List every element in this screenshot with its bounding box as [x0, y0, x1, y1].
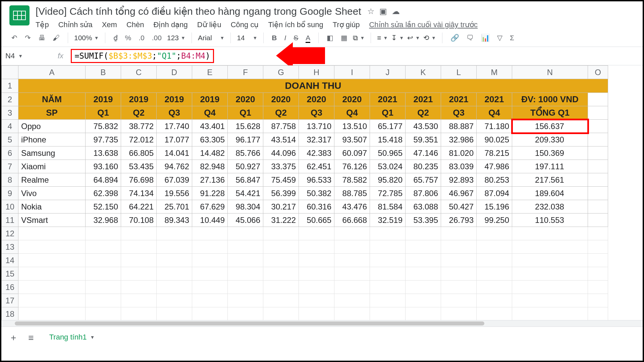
col-header-O[interactable]: O	[588, 66, 608, 79]
cell-G12[interactable]	[263, 227, 299, 240]
cell-K16[interactable]	[406, 281, 441, 294]
cell-H12[interactable]	[299, 227, 334, 240]
cell-M10[interactable]: 15.196	[477, 200, 512, 214]
cell-K4[interactable]: 43.530	[406, 120, 441, 133]
cell-M18[interactable]	[477, 307, 512, 320]
cell-E4[interactable]: 43.401	[192, 120, 228, 133]
col-header-I[interactable]: I	[334, 66, 370, 79]
font-size[interactable]: 14 ▼	[237, 34, 257, 42]
all-sheets-button[interactable]: ≡	[25, 333, 36, 343]
cell-B5[interactable]: 97.735	[86, 133, 121, 146]
cell-I16[interactable]	[334, 281, 370, 294]
cell-K9[interactable]: 87.806	[406, 187, 441, 200]
cell-E13[interactable]	[192, 240, 228, 254]
cell-B12[interactable]	[86, 227, 121, 240]
fill-color-icon[interactable]: ◧	[325, 33, 335, 43]
cell-G16[interactable]	[263, 281, 299, 294]
cell-D18[interactable]	[157, 307, 192, 320]
cell-E12[interactable]	[192, 227, 228, 240]
cell-H18[interactable]	[299, 307, 334, 320]
cell-M12[interactable]	[477, 227, 512, 240]
cell-E18[interactable]	[192, 307, 228, 320]
row-header-5[interactable]: 5	[2, 133, 18, 146]
cell-K17[interactable]	[406, 294, 441, 307]
redo-icon[interactable]: ↷	[23, 33, 33, 43]
menu-help[interactable]: Trợ giúp	[333, 20, 360, 29]
cell-D4[interactable]: 17.740	[157, 120, 192, 133]
cell-D13[interactable]	[157, 240, 192, 254]
cell-H17[interactable]	[299, 294, 334, 307]
cell-A9[interactable]: Vivo	[18, 187, 86, 200]
borders-icon[interactable]: ▦	[339, 33, 350, 43]
increase-decimal[interactable]: .00	[150, 33, 164, 43]
cell-J15[interactable]	[370, 267, 406, 281]
cell-N14[interactable]	[512, 254, 588, 267]
cell-G10[interactable]: 30.217	[263, 200, 299, 214]
cell-A14[interactable]	[18, 254, 86, 267]
cell-A13[interactable]	[18, 240, 86, 254]
cell-N17[interactable]	[512, 294, 588, 307]
cell-M17[interactable]	[477, 294, 512, 307]
menu-file[interactable]: Tệp	[36, 20, 49, 29]
cell-E11[interactable]: 10.449	[192, 214, 228, 227]
cell-I12[interactable]	[334, 227, 370, 240]
cell-A7[interactable]: Xiaomi	[18, 160, 86, 173]
col-header-H[interactable]: H	[299, 66, 334, 79]
cell-C11[interactable]: 70.108	[121, 214, 157, 227]
cell-H4[interactable]: 13.710	[299, 120, 334, 133]
text-color-icon[interactable]: A	[304, 33, 312, 43]
cell-G11[interactable]: 31.222	[263, 214, 299, 227]
format-percent[interactable]: %	[123, 33, 133, 43]
cell-J12[interactable]	[370, 227, 406, 240]
cell-C4[interactable]: 38.772	[121, 120, 157, 133]
col-header-G[interactable]: G	[263, 66, 299, 79]
cell-G14[interactable]	[263, 254, 299, 267]
formula-bar[interactable]: =SUMIF($B$3:$M$3;"Q1";B4:M4)	[68, 47, 643, 65]
cell-F5[interactable]: 96.177	[228, 133, 263, 146]
cell-N10[interactable]: 232.038	[512, 200, 588, 214]
wrap-icon[interactable]: ↩▼	[407, 34, 420, 42]
cell-F17[interactable]	[228, 294, 263, 307]
cell-F10[interactable]: 98.304	[228, 200, 263, 214]
cell-E9[interactable]: 91.228	[192, 187, 228, 200]
cell-E15[interactable]	[192, 267, 228, 281]
cell-A8[interactable]: Realme	[18, 173, 86, 187]
cell-D17[interactable]	[157, 294, 192, 307]
cell-A10[interactable]: Nokia	[18, 200, 86, 214]
cell-J11[interactable]: 32.519	[370, 214, 406, 227]
cell-F7[interactable]: 50.927	[228, 160, 263, 173]
cell-A16[interactable]	[18, 281, 86, 294]
sheet-tab-1[interactable]: Trang tính1 ▼	[43, 330, 101, 345]
star-icon[interactable]: ☆	[367, 7, 375, 16]
cell-L12[interactable]	[441, 227, 477, 240]
row-header-2[interactable]: 2	[2, 93, 18, 106]
cell-L7[interactable]: 83.039	[441, 160, 477, 173]
row-header-10[interactable]: 10	[2, 200, 18, 214]
cloud-icon[interactable]: ☁	[392, 7, 400, 16]
cell-F11[interactable]: 45.066	[228, 214, 263, 227]
cell-I13[interactable]	[334, 240, 370, 254]
cell-C13[interactable]	[121, 240, 157, 254]
cell-C9[interactable]: 74.134	[121, 187, 157, 200]
cell-J10[interactable]: 81.584	[370, 200, 406, 214]
col-header-J[interactable]: J	[370, 66, 406, 79]
cell-M7[interactable]: 47.986	[477, 160, 512, 173]
cell-L8[interactable]: 92.893	[441, 173, 477, 187]
cell-F6[interactable]: 85.766	[228, 146, 263, 160]
cell-O16[interactable]	[588, 281, 608, 294]
format-currency[interactable]: ₫	[111, 33, 120, 43]
cell-M13[interactable]	[477, 240, 512, 254]
cell-H15[interactable]	[299, 267, 334, 281]
cell-C5[interactable]: 72.012	[121, 133, 157, 146]
cell-C10[interactable]: 64.221	[121, 200, 157, 214]
cell-G8[interactable]: 75.459	[263, 173, 299, 187]
cell-D6[interactable]: 14.041	[157, 146, 192, 160]
cell-G6[interactable]: 44.096	[263, 146, 299, 160]
cell-F16[interactable]	[228, 281, 263, 294]
cell-K5[interactable]: 59.351	[406, 133, 441, 146]
cell-J17[interactable]	[370, 294, 406, 307]
cell-C12[interactable]	[121, 227, 157, 240]
cell-B16[interactable]	[86, 281, 121, 294]
cell-E14[interactable]	[192, 254, 228, 267]
col-header-M[interactable]: M	[477, 66, 512, 79]
